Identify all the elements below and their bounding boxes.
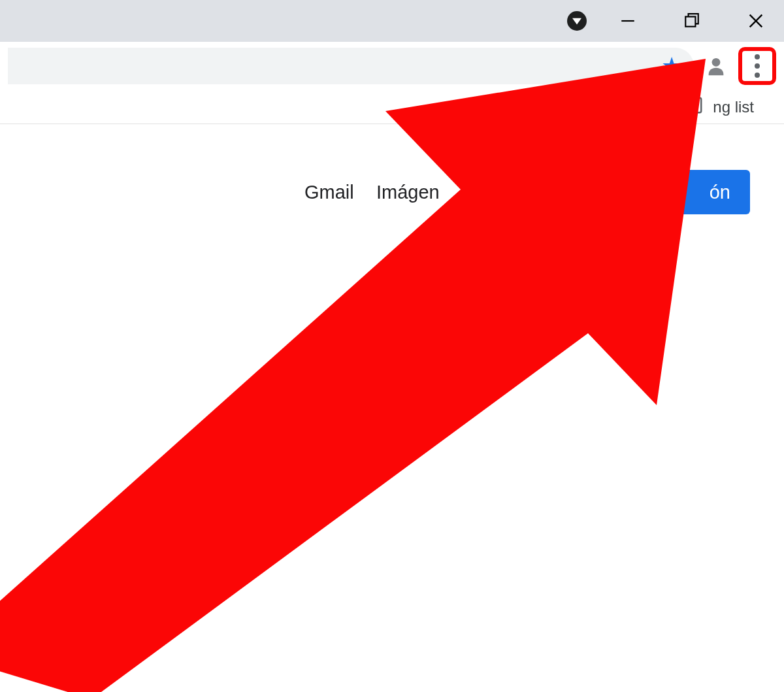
account-dropdown-icon[interactable] (567, 11, 587, 31)
chrome-menu-highlight (738, 47, 776, 85)
profile-avatar-button[interactable] (700, 50, 732, 82)
bookmark-star-icon[interactable]: ★ (661, 54, 682, 78)
svg-rect-2 (685, 17, 695, 27)
images-link[interactable]: Imágen (376, 182, 440, 203)
bookbar-separator (668, 96, 668, 118)
svg-point-5 (712, 58, 721, 67)
chrome-menu-button[interactable] (755, 54, 760, 78)
window-titlebar (0, 0, 784, 42)
window-maximize-button[interactable] (669, 0, 715, 42)
svg-marker-10 (0, 59, 706, 692)
kebab-dot-icon (755, 73, 760, 78)
window-minimize-button[interactable] (605, 0, 651, 42)
svg-marker-0 (572, 18, 581, 25)
sign-in-label-fragment: ón (710, 182, 730, 203)
google-header-links: Gmail Imágen ón (0, 170, 784, 214)
kebab-dot-icon (755, 63, 760, 69)
reading-list-label[interactable]: ng list (713, 98, 754, 116)
window-close-button[interactable] (733, 0, 779, 42)
kebab-dot-icon (755, 54, 760, 59)
bookmarks-bar: ng list (0, 90, 784, 124)
sign-in-button[interactable]: ón (678, 170, 750, 214)
reading-list-icon[interactable] (684, 95, 704, 119)
address-bar[interactable]: ★ (8, 48, 694, 84)
browser-toolbar: ★ (0, 42, 784, 90)
gmail-link[interactable]: Gmail (304, 182, 354, 203)
